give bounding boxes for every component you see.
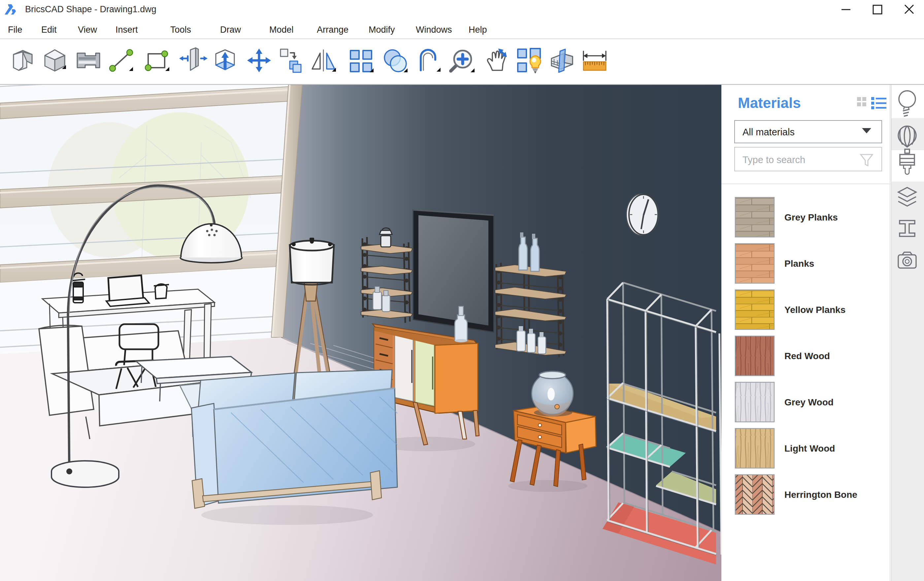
svg-text:All materials: All materials bbox=[742, 127, 795, 137]
svg-text:File: File bbox=[8, 25, 22, 35]
svg-text:Grey Planks: Grey Planks bbox=[784, 212, 838, 223]
svg-text:Red Wood: Red Wood bbox=[784, 351, 830, 361]
svg-text:Planks: Planks bbox=[784, 259, 814, 269]
svg-text:BricsCAD Shape - Drawing1.dwg: BricsCAD Shape - Drawing1.dwg bbox=[25, 4, 157, 14]
svg-text:Type to search: Type to search bbox=[742, 155, 805, 165]
svg-text:Materials: Materials bbox=[738, 95, 801, 111]
svg-text:Light Wood: Light Wood bbox=[784, 443, 835, 454]
svg-text:Grey Wood: Grey Wood bbox=[784, 397, 833, 408]
svg-text:Yellow Planks: Yellow Planks bbox=[784, 305, 845, 315]
svg-text:Edit: Edit bbox=[41, 25, 57, 35]
svg-text:Herrington Bone: Herrington Bone bbox=[784, 490, 857, 500]
svg-text:Insert: Insert bbox=[116, 25, 138, 35]
svg-text:View: View bbox=[78, 25, 97, 35]
svg-text:Modify: Modify bbox=[369, 25, 395, 35]
svg-text:Arrange: Arrange bbox=[317, 25, 348, 35]
svg-text:Tools: Tools bbox=[170, 25, 191, 35]
svg-text:Help: Help bbox=[469, 25, 487, 35]
svg-text:Windows: Windows bbox=[416, 25, 452, 35]
svg-text:Model: Model bbox=[269, 25, 294, 35]
svg-text:Draw: Draw bbox=[220, 25, 241, 35]
